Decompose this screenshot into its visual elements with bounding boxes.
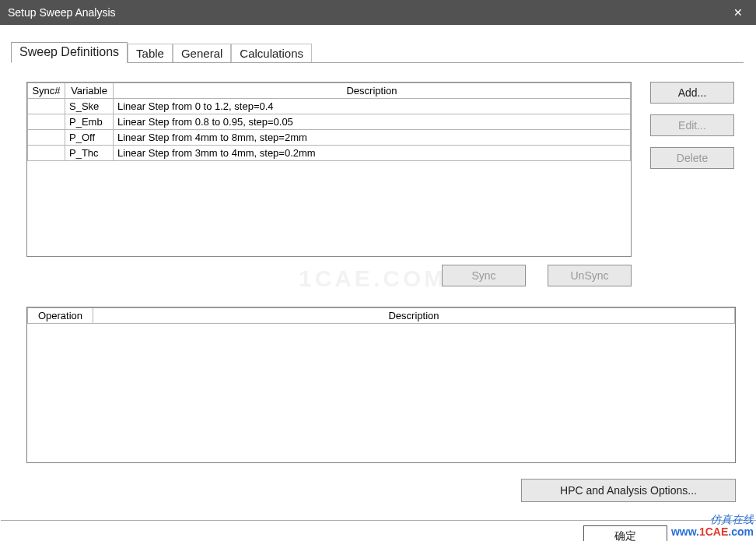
client-area: Sweep Definitions Table General Calculat…: [0, 25, 756, 541]
table-row[interactable]: P_Emb Linear Step from 0.8 to 0.95, step…: [28, 114, 631, 130]
window-title: Setup Sweep Analysis: [8, 6, 720, 19]
sync-button[interactable]: Sync: [442, 265, 526, 286]
tab-sweep-definitions[interactable]: Sweep Definitions: [11, 42, 128, 63]
col-description2[interactable]: Description: [93, 308, 735, 324]
ok-button[interactable]: 确定: [583, 525, 667, 541]
col-sync[interactable]: Sync#: [28, 83, 65, 99]
delete-button[interactable]: Delete: [650, 147, 734, 169]
separator: [1, 520, 756, 521]
unsync-button[interactable]: UnSync: [548, 265, 632, 286]
table-header-row: Operation Description: [28, 308, 735, 324]
sweep-table[interactable]: Sync# Variable Description S_Ske Linear …: [26, 82, 632, 257]
table-header-row: Sync# Variable Description: [28, 83, 631, 99]
table-row[interactable]: P_Off Linear Step from 4mm to 8mm, step=…: [28, 130, 631, 146]
tab-table[interactable]: Table: [128, 44, 173, 63]
operations-table[interactable]: Operation Description: [26, 307, 736, 463]
logo-overlay: 仿真在线 www.1CAE.com: [671, 513, 754, 538]
table-row[interactable]: S_Ske Linear Step from 0 to 1.2, step=0.…: [28, 99, 631, 114]
hpc-options-button[interactable]: HPC and Analysis Options...: [521, 479, 736, 502]
tab-general[interactable]: General: [173, 44, 231, 63]
col-description[interactable]: Description: [114, 83, 631, 99]
tab-calculations[interactable]: Calculations: [231, 44, 312, 63]
edit-button[interactable]: Edit...: [650, 114, 734, 136]
table-row[interactable]: P_Thc Linear Step from 3mm to 4mm, step=…: [28, 146, 631, 161]
col-variable[interactable]: Variable: [65, 83, 114, 99]
titlebar: Setup Sweep Analysis ✕: [0, 0, 756, 25]
col-operation[interactable]: Operation: [28, 308, 93, 324]
tab-strip: Sweep Definitions Table General Calculat…: [11, 42, 744, 63]
close-icon[interactable]: ✕: [720, 0, 756, 25]
add-button[interactable]: Add...: [650, 82, 734, 104]
tab-panel: Sync# Variable Description S_Ske Linear …: [11, 63, 744, 502]
